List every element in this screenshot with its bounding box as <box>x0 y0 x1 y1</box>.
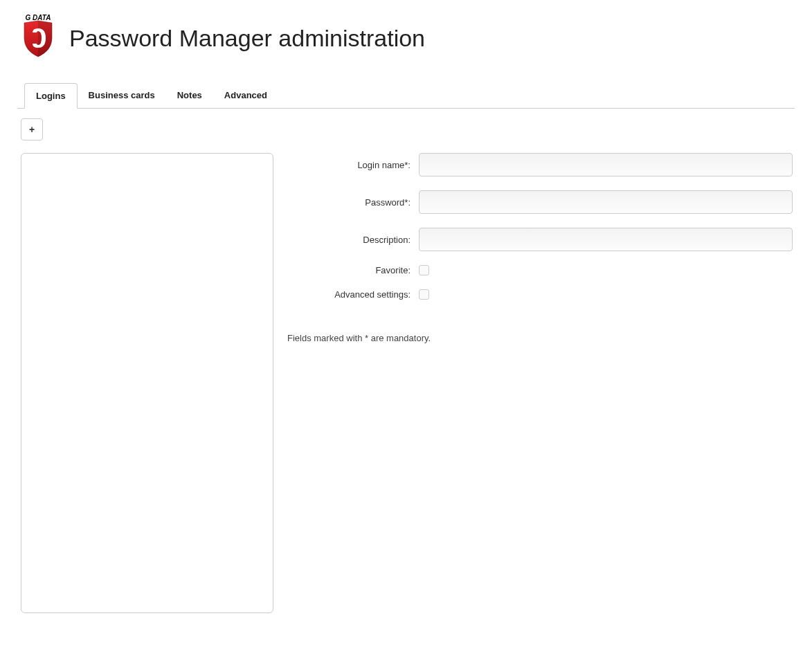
login-name-input[interactable] <box>419 153 793 176</box>
description-label: Description: <box>287 235 419 245</box>
tab-logins[interactable]: Logins <box>24 83 78 109</box>
favorite-checkbox[interactable] <box>419 265 429 275</box>
tab-business-cards[interactable]: Business cards <box>78 83 166 108</box>
form-row-favorite: Favorite: <box>287 265 793 275</box>
form-row-login-name: Login name*: <box>287 153 793 176</box>
form-row-description: Description: <box>287 228 793 251</box>
form-row-advanced-settings: Advanced settings: <box>287 289 793 300</box>
advanced-settings-label: Advanced settings: <box>287 289 419 300</box>
content: Login name*: Password*: Description: Fav… <box>14 140 798 613</box>
shield-icon <box>23 20 53 57</box>
password-label: Password*: <box>287 197 419 208</box>
page-title: Password Manager administration <box>69 25 425 52</box>
header: G DATA Password Manager administration <box>14 10 798 83</box>
login-name-label: Login name*: <box>287 160 419 170</box>
toolbar: + <box>14 109 798 140</box>
login-form: Login name*: Password*: Description: Fav… <box>287 153 793 613</box>
description-input[interactable] <box>419 228 793 251</box>
logins-list-panel[interactable] <box>21 153 273 613</box>
password-input[interactable] <box>419 190 793 214</box>
favorite-label: Favorite: <box>287 265 419 275</box>
gdata-logo: G DATA <box>21 14 55 62</box>
advanced-settings-checkbox[interactable] <box>419 289 429 300</box>
tab-notes[interactable]: Notes <box>166 83 213 108</box>
mandatory-note: Fields marked with * are mandatory. <box>287 333 793 343</box>
tabs: Logins Business cards Notes Advanced <box>17 83 795 109</box>
form-row-password: Password*: <box>287 190 793 214</box>
tab-advanced[interactable]: Advanced <box>213 83 278 108</box>
add-button[interactable]: + <box>21 118 43 140</box>
